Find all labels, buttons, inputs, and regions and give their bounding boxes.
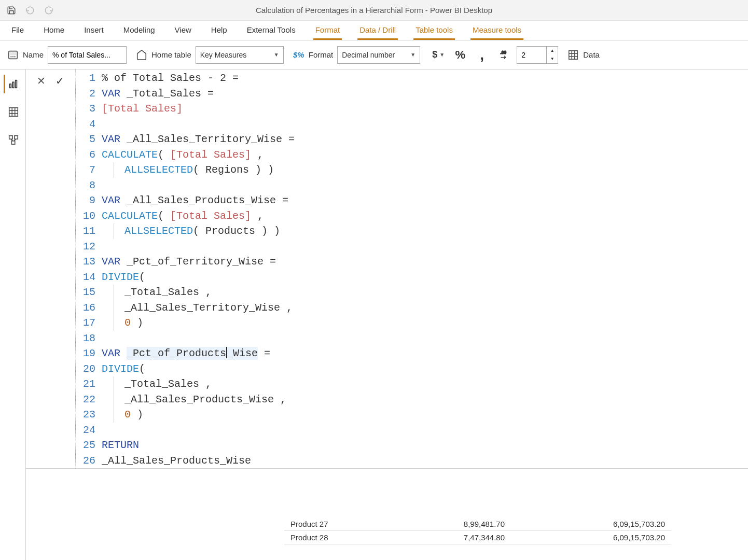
editor-column: ✕ ✓ 123456789101112131415161718192021222… (26, 69, 748, 560)
code-line[interactable]: [Total Sales] (100, 101, 748, 117)
svg-rect-6 (569, 50, 578, 59)
code-line[interactable]: RETURN (100, 438, 748, 453)
code-line[interactable]: _Total_Sales , (100, 285, 748, 300)
code-line[interactable]: 0 ) (100, 315, 748, 331)
decimal-adjust-button[interactable]: .00 (495, 46, 512, 64)
save-icon[interactable] (5, 4, 18, 17)
number-buttons: $▼ % , .00 ▲ ▼ (430, 46, 558, 64)
format-icon: $% (293, 49, 304, 61)
cancel-button[interactable]: ✕ (34, 74, 49, 88)
tab-view[interactable]: View (173, 21, 193, 40)
table-row[interactable]: Product 278,99,481.706,09,15,703.20 (284, 517, 671, 531)
chevron-down-icon: ▼ (274, 52, 279, 58)
code-line[interactable]: _All_Sales_Products_Wise , (100, 392, 748, 408)
name-input[interactable] (48, 46, 127, 64)
tab-help[interactable]: Help (209, 21, 229, 40)
code-line[interactable]: DIVIDE( (100, 270, 748, 285)
decimals-input[interactable] (517, 47, 546, 63)
hometable-select[interactable]: Key Measures ▼ (196, 46, 284, 64)
code-line[interactable]: DIVIDE( (100, 361, 748, 377)
view-rail (0, 69, 26, 560)
tab-table-tools[interactable]: Table tools (413, 21, 455, 40)
svg-rect-21 (11, 141, 15, 144)
code-line[interactable]: ALLSELECTED( Regions ) ) (100, 162, 748, 178)
comma-button[interactable]: , (473, 46, 491, 64)
code-editor[interactable]: 1234567891011121314151617181920212223242… (76, 69, 748, 468)
spin-up-icon[interactable]: ▲ (547, 47, 558, 55)
code-line[interactable] (100, 423, 748, 438)
commit-button[interactable]: ✓ (53, 74, 67, 88)
formula-controls: ✕ ✓ (26, 69, 76, 468)
code-line[interactable]: CALCULATE( [Total Sales] , (100, 208, 748, 224)
format-label: Format (309, 50, 334, 59)
ribbon-tabs: FileHomeInsertModelingViewHelpExternal T… (0, 21, 748, 40)
code-line[interactable]: _All_Sales_Territory_Wise , (100, 300, 748, 316)
data-category-group: Data (567, 49, 600, 61)
report-view-button[interactable] (4, 75, 22, 93)
code-line[interactable]: ALLSELECTED( Products ) ) (100, 223, 748, 239)
svg-rect-12 (12, 82, 14, 88)
tab-home[interactable]: Home (41, 21, 66, 40)
code-body[interactable]: % of Total Sales - 2 =VAR _Total_Sales =… (100, 71, 748, 468)
workspace: ✕ ✓ 123456789101112131415161718192021222… (0, 69, 748, 560)
code-line[interactable]: VAR _All_Sales_Products_Wise = (100, 193, 748, 208)
data-table: Product 278,99,481.706,09,15,703.20Produ… (284, 517, 671, 544)
code-line[interactable] (100, 331, 748, 346)
code-line[interactable]: _Total_Sales , (100, 376, 748, 392)
measure-icon (7, 49, 19, 61)
svg-rect-11 (10, 84, 11, 88)
chevron-down-icon: ▼ (410, 52, 415, 58)
datacat-label: Data (583, 50, 600, 59)
code-line[interactable] (100, 178, 748, 193)
code-line[interactable] (100, 117, 748, 132)
text-cursor (226, 347, 227, 358)
data-table-overlay: Product 278,99,481.706,09,15,703.20Produ… (284, 517, 671, 544)
chevron-down-icon: ▼ (439, 52, 445, 58)
home-icon (136, 49, 147, 61)
format-group: $% Format Decimal number ▼ (293, 46, 421, 64)
hometable-group: Home table Key Measures ▼ (136, 46, 284, 64)
tab-data-drill[interactable]: Data / Drill (357, 21, 398, 40)
code-line[interactable]: _All_Sales_Products_Wise (100, 453, 748, 469)
code-line[interactable]: % of Total Sales - 2 = (100, 71, 748, 86)
data-view-button[interactable] (4, 103, 22, 121)
percent-button[interactable]: % (451, 46, 469, 64)
svg-rect-14 (9, 108, 18, 117)
table-row[interactable]: Product 287,47,344.806,09,15,703.20 (284, 531, 671, 544)
titlebar: Calculation of Percentages in a Hierarch… (0, 0, 748, 21)
window-title: Calculation of Percentages in a Hierarch… (256, 6, 492, 15)
model-view-button[interactable] (4, 131, 22, 149)
hometable-label: Home table (151, 50, 191, 59)
tab-format[interactable]: Format (313, 21, 342, 40)
svg-rect-20 (15, 136, 18, 139)
tab-insert[interactable]: Insert (82, 21, 106, 40)
code-line[interactable]: VAR _All_Sales_Territory_Wise = (100, 132, 748, 147)
tab-modeling[interactable]: Modeling (121, 21, 157, 40)
currency-button[interactable]: $▼ (430, 46, 447, 64)
tab-measure-tools[interactable]: Measure tools (470, 21, 523, 40)
spin-down-icon[interactable]: ▼ (547, 55, 558, 63)
grid-icon (567, 49, 579, 61)
name-label: Name (23, 50, 44, 59)
code-line[interactable]: VAR _Total_Sales = (100, 86, 748, 102)
svg-rect-13 (16, 80, 17, 88)
redo-icon[interactable] (43, 4, 55, 17)
code-line[interactable]: CALCULATE( [Total Sales] , (100, 147, 748, 163)
undo-icon[interactable] (24, 4, 36, 17)
quick-access-toolbar (5, 4, 55, 17)
ribbon-body: Name Home table Key Measures ▼ $% Format… (0, 40, 748, 69)
code-line[interactable]: VAR _Pct_of_Products_Wise = (100, 346, 748, 361)
name-group: Name (7, 46, 127, 64)
svg-rect-1 (10, 52, 16, 54)
format-select[interactable]: Decimal number ▼ (337, 46, 420, 64)
code-line[interactable] (100, 239, 748, 255)
tab-external-tools[interactable]: External Tools (245, 21, 298, 40)
decimals-spinner[interactable]: ▲ ▼ (517, 46, 558, 64)
code-line[interactable]: VAR _Pct_of_Territory_Wise = (100, 254, 748, 270)
code-line[interactable]: 0 ) (100, 407, 748, 423)
line-gutter: 1234567891011121314151617181920212223242… (76, 71, 100, 468)
tab-file[interactable]: File (9, 21, 26, 40)
svg-rect-19 (9, 136, 12, 139)
svg-text:.00: .00 (501, 50, 507, 55)
hometable-value: Key Measures (200, 51, 246, 59)
